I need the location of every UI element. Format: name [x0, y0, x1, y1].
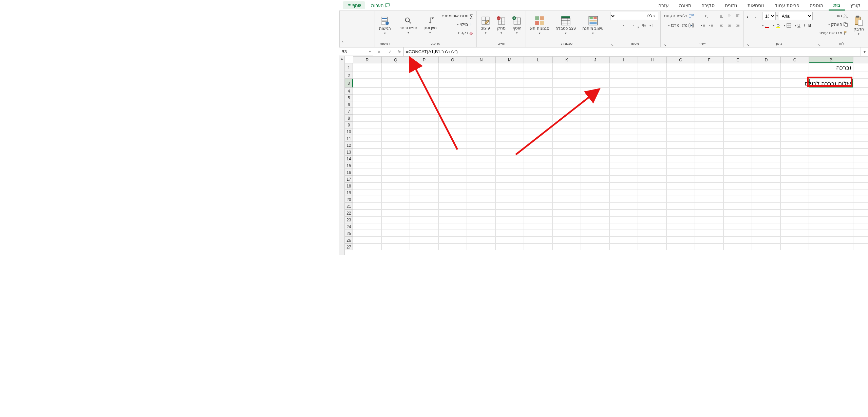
cell-E9[interactable] [723, 121, 752, 128]
cell-A25[interactable] [853, 230, 868, 237]
row-header[interactable]: 27 [345, 243, 353, 250]
cell-H23[interactable] [638, 216, 666, 223]
cell-G12[interactable] [666, 142, 695, 148]
cell-B16[interactable] [809, 169, 853, 176]
cell-K18[interactable] [552, 182, 581, 189]
column-header[interactable]: B [809, 56, 853, 63]
cell-D3[interactable] [752, 79, 780, 87]
cell-N3[interactable] [467, 79, 495, 87]
cell-A19[interactable] [853, 189, 868, 196]
cell-H27[interactable] [638, 243, 666, 250]
decrease-font-button[interactable]: Aˇ [746, 12, 753, 20]
cell-J21[interactable] [581, 203, 609, 210]
cell-K2[interactable] [552, 72, 581, 79]
select-all-corner[interactable] [345, 56, 353, 63]
cell-G16[interactable] [666, 169, 695, 176]
cell-K27[interactable] [552, 243, 581, 250]
cell-G18[interactable] [666, 182, 695, 189]
cell-O26[interactable] [438, 237, 467, 243]
row-header[interactable]: 13 [345, 148, 353, 155]
cell-C24[interactable] [780, 223, 809, 230]
cell-L1[interactable] [524, 63, 552, 72]
name-box[interactable]: B3 ▾ [339, 47, 373, 56]
cell-P23[interactable] [410, 216, 438, 223]
cell-N25[interactable] [467, 230, 495, 237]
comments-button[interactable]: הערות [367, 1, 394, 9]
cell-A12[interactable] [853, 142, 868, 148]
cell-I2[interactable] [609, 72, 638, 79]
cell-G19[interactable] [666, 189, 695, 196]
cell-L13[interactable] [524, 148, 552, 155]
cell-B13[interactable] [809, 148, 853, 155]
cell-C1[interactable] [780, 63, 809, 72]
cell-F8[interactable] [695, 115, 723, 121]
cell-B14[interactable] [809, 155, 853, 162]
cell-E12[interactable] [723, 142, 752, 148]
cell-P5[interactable] [410, 94, 438, 101]
cell-K14[interactable] [552, 155, 581, 162]
cell-M9[interactable] [495, 121, 524, 128]
cell-G2[interactable] [666, 72, 695, 79]
cell-D24[interactable] [752, 223, 780, 230]
cell-Q21[interactable] [381, 203, 410, 210]
cell-A24[interactable] [853, 223, 868, 230]
worksheet-grid[interactable]: RQPONMLKJIHGFEDCBA1וברכהשלום23שלום וברכה… [345, 56, 868, 250]
cell-K16[interactable] [552, 169, 581, 176]
cell-P24[interactable] [410, 223, 438, 230]
cell-E4[interactable] [723, 87, 752, 94]
cell-K4[interactable] [552, 87, 581, 94]
row-header[interactable]: 24 [345, 223, 353, 230]
cell-D16[interactable] [752, 169, 780, 176]
cell-B25[interactable] [809, 230, 853, 237]
cell-Q22[interactable] [381, 210, 410, 216]
find-select-button[interactable]: חפש ובחר▾ [397, 12, 419, 39]
cell-K13[interactable] [552, 148, 581, 155]
cell-R12[interactable] [353, 142, 381, 148]
cell-C23[interactable] [780, 216, 809, 223]
cell-F2[interactable] [695, 72, 723, 79]
cell-E2[interactable] [723, 72, 752, 79]
cell-N18[interactable] [467, 182, 495, 189]
format-as-table-button[interactable]: עצב כטבלה▾ [553, 12, 578, 39]
cell-G11[interactable] [666, 135, 695, 142]
cell-O16[interactable] [438, 169, 467, 176]
row-header[interactable]: 18 [345, 182, 353, 189]
cell-P22[interactable] [410, 210, 438, 216]
cell-F3[interactable] [695, 79, 723, 87]
cell-G10[interactable] [666, 128, 695, 135]
cell-D17[interactable] [752, 176, 780, 182]
cell-L7[interactable] [524, 108, 552, 115]
tab-view[interactable]: תצוגה [674, 1, 696, 10]
paste-button[interactable]: הדבק ▾ [851, 12, 866, 39]
cell-B17[interactable] [809, 176, 853, 182]
cell-C17[interactable] [780, 176, 809, 182]
cell-K8[interactable] [552, 115, 581, 121]
share-button[interactable]: שתף [343, 1, 365, 9]
cell-Q27[interactable] [381, 243, 410, 250]
cell-E25[interactable] [723, 230, 752, 237]
cell-O21[interactable] [438, 203, 467, 210]
cell-D19[interactable] [752, 189, 780, 196]
cell-R25[interactable] [353, 230, 381, 237]
column-header[interactable]: O [438, 56, 467, 63]
cell-I20[interactable] [609, 196, 638, 203]
cell-Q9[interactable] [381, 121, 410, 128]
cell-M22[interactable] [495, 210, 524, 216]
cell-O20[interactable] [438, 196, 467, 203]
cell-K11[interactable] [552, 135, 581, 142]
cell-D27[interactable] [752, 243, 780, 250]
cell-C12[interactable] [780, 142, 809, 148]
column-header[interactable]: I [609, 56, 638, 63]
cell-N11[interactable] [467, 135, 495, 142]
cell-M26[interactable] [495, 237, 524, 243]
column-header[interactable]: G [666, 56, 695, 63]
cell-G14[interactable] [666, 155, 695, 162]
cell-Q13[interactable] [381, 148, 410, 155]
underline-button[interactable]: U▾ [793, 21, 802, 29]
cell-Q3[interactable] [381, 79, 410, 87]
cell-D21[interactable] [752, 203, 780, 210]
column-header[interactable]: H [638, 56, 666, 63]
cell-O3[interactable] [438, 79, 467, 87]
comma-button[interactable]: , [636, 21, 640, 29]
format-painter-button[interactable]: מברשת עיצוב [817, 29, 849, 37]
